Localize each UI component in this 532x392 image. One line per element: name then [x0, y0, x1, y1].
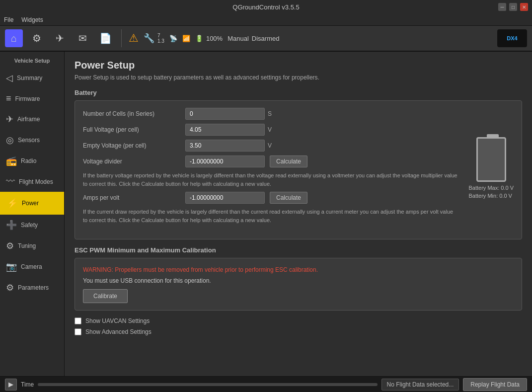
voltage-info-text: If the battery voltage reported by the v…	[83, 171, 459, 188]
home-icon[interactable]: ⌂	[5, 29, 23, 47]
sidebar-item-airframe[interactable]: ✈ Airframe	[0, 109, 64, 130]
sidebar-item-firmware[interactable]: ≡ Firmware	[0, 88, 64, 109]
amps-per-volt-row: Amps per volt Calculate	[83, 192, 459, 204]
wrench-icon: 🔧	[144, 33, 154, 44]
battery-min-value: 0.0 V	[499, 193, 512, 199]
voltage-calculate-button[interactable]: Calculate	[270, 156, 307, 167]
toolbar-warning: ⚠	[129, 32, 139, 45]
full-voltage-input[interactable]	[185, 124, 265, 136]
num-cells-row: Number of Cells (in Series) S	[83, 108, 459, 120]
battery-max-stat: Battery Max: 0.0 V	[469, 185, 514, 191]
amps-per-volt-input[interactable]	[185, 192, 265, 204]
battery-min-stat: Battery Min: 0.0 V	[469, 193, 514, 199]
battery-form-col: Number of Cells (in Series) S Full Volta…	[83, 108, 459, 228]
battery-visual-col: Battery Max: 0.0 V Battery Min: 0.0 V	[469, 137, 514, 199]
battery-stats: Battery Max: 0.0 V Battery Min: 0.0 V	[469, 185, 514, 199]
battery-visual	[476, 137, 506, 182]
no-flight-label: No Flight Data selected...	[381, 379, 459, 391]
sidebar-item-sensors[interactable]: ◎ Sensors	[0, 130, 64, 151]
menu-file[interactable]: File	[4, 16, 13, 23]
titlebar: QGroundControl v3.5.5 ─ □ ✕	[0, 0, 532, 14]
airframe-label: Airframe	[17, 116, 40, 123]
content-area: Power Setup Power Setup is used to setup…	[65, 52, 532, 376]
empty-voltage-input[interactable]	[185, 140, 265, 152]
amps-calculate-button[interactable]: Calculate	[270, 192, 307, 204]
signal-icon: 📡	[169, 35, 177, 42]
bars-icon: 📶	[182, 35, 190, 42]
summary-icon: ◁	[6, 73, 13, 83]
tuning-label: Tuning	[18, 242, 36, 249]
menubar: File Widgets	[0, 14, 532, 26]
firmware-label: Firmware	[15, 95, 40, 102]
toolbar-battery: 🔋 100%	[195, 35, 223, 42]
show-advanced-checkbox[interactable]	[75, 328, 81, 335]
menu-widgets[interactable]: Widgets	[21, 16, 43, 23]
sidebar-item-tuning[interactable]: ⚙ Tuning	[0, 235, 64, 256]
battery-min-label: Battery Min:	[469, 193, 498, 199]
time-slider[interactable]	[38, 383, 377, 386]
statusbar: ▶ Time No Flight Data selected... Replay…	[0, 376, 532, 392]
sensors-icon: ◎	[6, 135, 14, 146]
page-description: Power Setup is used to setup battery par…	[75, 74, 522, 81]
num-cells-unit: S	[268, 110, 275, 117]
safety-label: Safety	[21, 222, 38, 229]
sidebar-item-power[interactable]: ⚡ Power	[0, 192, 64, 215]
sidebar: Vehicle Setup ◁ Summary ≡ Firmware ✈ Air…	[0, 52, 65, 376]
close-button[interactable]: ✕	[520, 3, 528, 11]
summary-label: Summary	[17, 75, 42, 81]
empty-voltage-unit: V	[268, 142, 275, 149]
sidebar-item-parameters[interactable]: ⚙ Parameters	[0, 277, 64, 298]
toolbar: ⌂ ⚙ ✈ ✉ 📄 ⚠ 🔧 71.3 📡 📶 🔋 100% Manual Dis…	[0, 26, 532, 52]
battery-area: Number of Cells (in Series) S Full Volta…	[83, 108, 514, 228]
arm-status: Disarmed	[252, 35, 280, 42]
maximize-button[interactable]: □	[509, 3, 517, 11]
toolbar-bars: 📶	[182, 35, 190, 42]
document-icon[interactable]: 📄	[96, 29, 114, 47]
power-icon: ⚡	[7, 198, 18, 209]
sidebar-item-summary[interactable]: ◁ Summary	[0, 68, 64, 88]
show-uavcan-checkbox[interactable]	[75, 317, 81, 324]
empty-voltage-label: Empty Voltage (per cell)	[83, 142, 182, 149]
toolbar-mode: Manual Disarmed	[228, 35, 279, 42]
battery-max-label: Battery Max:	[469, 185, 500, 191]
amps-per-volt-label: Amps per volt	[83, 194, 182, 201]
warning-icon: ⚠	[129, 32, 139, 45]
play-button[interactable]: ▶	[5, 379, 17, 391]
tuning-icon: ⚙	[6, 240, 14, 251]
flightmodes-icon: 〰	[6, 176, 15, 187]
show-uavcan-row: Show UAVCAN Settings	[75, 317, 522, 324]
minimize-button[interactable]: ─	[498, 3, 506, 11]
full-voltage-unit: V	[268, 126, 275, 133]
camera-icon: 📷	[6, 261, 17, 272]
parameters-icon: ⚙	[6, 282, 14, 293]
safety-icon: ➕	[6, 220, 17, 231]
battery-icon: 🔋	[195, 35, 203, 42]
voltage-divider-input[interactable]	[185, 156, 265, 167]
toolbar-divider	[121, 29, 122, 47]
esc-section-label: ESC PWM Minimum and Maximum Calibration	[75, 246, 522, 254]
airframe-icon: ✈	[6, 114, 13, 125]
power-label: Power	[22, 200, 39, 207]
camera-label: Camera	[21, 263, 42, 270]
num-cells-input[interactable]	[185, 108, 265, 120]
full-voltage-row: Full Voltage (per cell) V	[83, 124, 459, 136]
calibrate-button[interactable]: Calibrate	[83, 289, 128, 303]
sensors-label: Sensors	[18, 137, 40, 144]
sidebar-item-radio[interactable]: 📻 Radio	[0, 151, 64, 171]
wrench-badge: 71.3	[157, 33, 164, 44]
brand-logo: DX4	[497, 29, 527, 47]
time-label: Time	[21, 381, 34, 388]
navigation-icon[interactable]: ✈	[51, 29, 69, 47]
toolbar-signal-area: 📡	[169, 35, 177, 42]
esc-section-box: WARNING: Propellers must be removed from…	[75, 258, 522, 311]
empty-voltage-row: Empty Voltage (per cell) V	[83, 140, 459, 152]
plane-icon[interactable]: ✉	[74, 29, 91, 47]
show-advanced-row: Show Advanced Settings	[75, 328, 522, 335]
sidebar-heading: Vehicle Setup	[0, 56, 64, 68]
replay-flight-button[interactable]: Replay Flight Data	[463, 378, 527, 391]
settings-icon[interactable]: ⚙	[28, 29, 46, 47]
sidebar-item-camera[interactable]: 📷 Camera	[0, 256, 64, 277]
battery-section-label: Battery	[75, 89, 522, 96]
sidebar-item-flightmodes[interactable]: 〰 Flight Modes	[0, 171, 64, 192]
sidebar-item-safety[interactable]: ➕ Safety	[0, 215, 64, 235]
